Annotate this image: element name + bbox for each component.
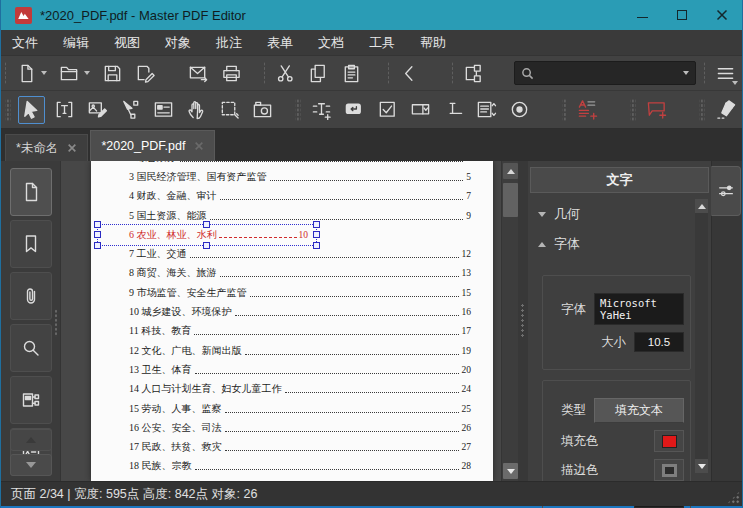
edit-image-button[interactable] xyxy=(84,96,111,124)
edit-form-button[interactable] xyxy=(150,96,177,124)
menu-item[interactable]: 对象 xyxy=(158,30,198,55)
grip-handle[interactable] xyxy=(5,99,11,121)
tab-close-icon[interactable] xyxy=(67,143,77,153)
tab-close-icon[interactable] xyxy=(194,141,204,151)
resize-grip-handle[interactable] xyxy=(727,491,740,504)
menu-item[interactable]: 文档 xyxy=(311,30,351,55)
form-fields-icon xyxy=(20,389,42,411)
sidebar-bookmarks-button[interactable] xyxy=(10,220,52,268)
menu-item[interactable]: 表单 xyxy=(260,30,300,55)
grip-handle[interactable] xyxy=(452,62,453,84)
selection-handle[interactable] xyxy=(94,231,101,238)
grip-handle[interactable] xyxy=(699,99,705,121)
grip-handle[interactable] xyxy=(5,62,6,84)
print-button[interactable] xyxy=(218,59,245,87)
panel-scroll-up-button[interactable] xyxy=(695,199,708,213)
annot-text-button[interactable] xyxy=(574,96,601,124)
page-layout-button[interactable] xyxy=(460,59,487,87)
select-arrow-button[interactable] xyxy=(18,96,45,124)
selection-handle[interactable] xyxy=(313,231,320,238)
add-signature-button[interactable] xyxy=(440,96,467,124)
menu-item[interactable]: 编辑 xyxy=(56,30,96,55)
search-dropdown-icon[interactable] xyxy=(683,71,689,75)
grip-handle[interactable] xyxy=(264,62,265,84)
grip-handle[interactable] xyxy=(295,99,301,121)
menu-bars-button[interactable] xyxy=(712,59,739,87)
panel-scrollbar[interactable] xyxy=(695,199,708,473)
selection-handle[interactable] xyxy=(203,242,210,249)
save-button[interactable] xyxy=(99,59,126,87)
sidebar-scroll-up-button[interactable] xyxy=(10,429,52,451)
selection-handle[interactable] xyxy=(203,221,210,228)
annot-callout-button[interactable] xyxy=(643,96,670,124)
selection-handle[interactable] xyxy=(313,242,320,249)
fill-color-button[interactable] xyxy=(654,430,684,452)
grip-handle[interactable] xyxy=(704,62,705,84)
selected-text-object[interactable]: 6 农业、林业、水利10 xyxy=(98,225,316,245)
document-scrollbar[interactable] xyxy=(501,161,518,481)
grip-handle[interactable] xyxy=(388,62,389,84)
section-font[interactable]: 字体 xyxy=(538,235,711,253)
sidebar-form-fields-button[interactable] xyxy=(10,376,52,424)
close-button[interactable] xyxy=(702,0,742,30)
add-combobox-icon xyxy=(410,99,431,120)
paste-button[interactable] xyxy=(338,59,365,87)
selection-handle[interactable] xyxy=(94,242,101,249)
document-tab[interactable]: *2020_PDF.pdf xyxy=(90,130,215,161)
menu-item[interactable]: 帮助 xyxy=(413,30,453,55)
menu-item[interactable]: 文件 xyxy=(5,30,45,55)
minimize-button[interactable] xyxy=(622,0,662,30)
grip-handle[interactable] xyxy=(630,99,636,121)
selection-handle[interactable] xyxy=(94,221,101,228)
maximize-button[interactable] xyxy=(662,0,702,30)
type-dropdown[interactable]: 填充文本 xyxy=(594,398,684,423)
open-folder-button[interactable] xyxy=(56,59,93,87)
properties-tab[interactable] xyxy=(711,166,741,216)
grip-handle[interactable] xyxy=(178,62,179,84)
add-listbox-button[interactable] xyxy=(473,96,500,124)
select-area-button[interactable] xyxy=(216,96,243,124)
scrollbar-thumb[interactable] xyxy=(503,183,518,217)
scroll-up-button[interactable] xyxy=(503,163,518,179)
hand-button[interactable] xyxy=(183,96,210,124)
panel-scroll-down-button[interactable] xyxy=(695,459,708,473)
edit-text-button[interactable] xyxy=(51,96,78,124)
scroll-down-button[interactable] xyxy=(503,463,518,479)
copy-button[interactable] xyxy=(305,59,332,87)
menu-item[interactable]: 工具 xyxy=(362,30,402,55)
snapshot-button[interactable] xyxy=(249,96,276,124)
add-checkbox-button[interactable] xyxy=(374,96,401,124)
dot-leader xyxy=(285,392,459,393)
selection-handle[interactable] xyxy=(313,221,320,228)
stroke-color-button[interactable] xyxy=(654,459,684,481)
add-combobox-button[interactable] xyxy=(407,96,434,124)
document-viewport[interactable]: 2 综合政务33 国民经济管理、国有资产监管54 财政、金融、审计75 国土资源… xyxy=(61,161,518,481)
panel-splitter[interactable] xyxy=(518,161,528,481)
sidebar-pages-button[interactable] xyxy=(10,168,52,216)
add-button-button[interactable] xyxy=(341,96,368,124)
sidebar-attachments-button[interactable] xyxy=(10,272,52,320)
grip-handle[interactable] xyxy=(506,62,507,84)
new-document-button[interactable] xyxy=(13,59,50,87)
sidebar-scroll-down-button[interactable] xyxy=(10,454,52,476)
font-name-field[interactable]: Microsoft YaHei xyxy=(594,293,684,325)
add-text-field-button[interactable] xyxy=(308,96,335,124)
menu-item[interactable]: 批注 xyxy=(209,30,249,55)
edit-path-button[interactable] xyxy=(117,96,144,124)
grip-handle[interactable] xyxy=(562,99,568,121)
document-tab[interactable]: *未命名 xyxy=(5,134,88,161)
save-as-button[interactable] xyxy=(132,59,159,87)
section-geometry[interactable]: 几何 xyxy=(538,205,711,223)
cut-button[interactable] xyxy=(272,59,299,87)
font-size-field[interactable]: 10.5 xyxy=(634,332,684,352)
sidebar-magnifier-button[interactable] xyxy=(10,324,52,372)
pdf-page[interactable]: 2 综合政务33 国民经济管理、国有资产监管54 财政、金融、审计75 国土资源… xyxy=(91,161,493,481)
menu-item[interactable]: 视图 xyxy=(107,30,147,55)
email-send-button[interactable] xyxy=(185,59,212,87)
sidebar-grip-handle[interactable] xyxy=(54,309,59,337)
add-radio-button[interactable] xyxy=(506,96,533,124)
search-input[interactable] xyxy=(534,65,679,81)
back-button[interactable] xyxy=(396,59,423,87)
size-label: 大小 xyxy=(601,334,626,351)
marker-button[interactable] xyxy=(712,96,739,124)
